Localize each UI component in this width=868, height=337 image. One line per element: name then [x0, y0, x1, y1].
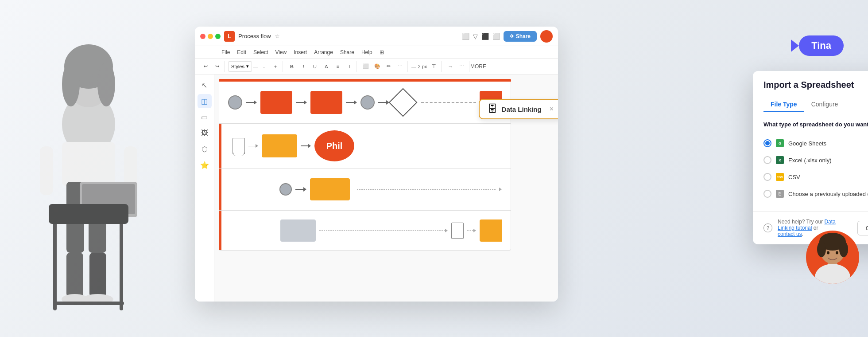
minimize-button[interactable]	[208, 34, 213, 39]
excel-label: Excel (.xlsx only)	[788, 157, 832, 164]
svg-point-4	[97, 62, 115, 106]
sidebar-cursor-icon[interactable]: ↖	[198, 78, 212, 92]
option-dataset[interactable]: 🗄 Choose a previously uploaded dataset	[763, 185, 868, 202]
dashed-arrow-right	[499, 188, 502, 191]
sidebar-data-icon[interactable]: ⬡	[198, 142, 212, 156]
menu-bar: File Edit Select View Insert Arrange Sha…	[195, 46, 558, 59]
more-options-button[interactable]: MORE	[473, 61, 484, 72]
yellow-cutoff	[480, 219, 502, 242]
data-linking-close-button[interactable]: ×	[550, 105, 554, 113]
arrow-more-button[interactable]: ⋯	[457, 61, 467, 72]
svg-rect-19	[49, 204, 128, 224]
sidebar-plugin-icon[interactable]: ⭐	[198, 158, 212, 172]
swimlane-diagram: Phil	[219, 79, 511, 251]
svg-point-22	[817, 241, 826, 257]
google-sheets-label: Google Sheets	[788, 140, 826, 147]
redo-button[interactable]: ↪	[212, 61, 222, 72]
menu-view[interactable]: View	[275, 49, 287, 55]
canvas-area: Phil	[214, 74, 558, 302]
stroke-style-button[interactable]: ⊤	[429, 61, 439, 72]
google-sheets-icon: G	[776, 139, 784, 147]
italic-button[interactable]: I	[298, 61, 309, 72]
font-color-button[interactable]: A	[321, 61, 332, 72]
more-button[interactable]: ⋯	[395, 61, 406, 72]
menu-share[interactable]: Share	[340, 49, 354, 55]
toolbar-icon-3[interactable]: ⬛	[481, 33, 489, 40]
option-excel[interactable]: X Excel (.xlsx only)	[763, 152, 868, 168]
modal-title: Import a Spreadsheet	[763, 80, 854, 90]
svg-point-3	[62, 62, 80, 106]
sidebar-frame-icon[interactable]: ▭	[198, 110, 212, 124]
radio-google-sheets[interactable]	[763, 139, 771, 147]
user-avatar	[540, 30, 553, 43]
stroke-dropdown[interactable]: 2 px	[417, 61, 428, 72]
share-button[interactable]: ✈ Share	[504, 31, 537, 42]
radio-excel[interactable]	[763, 156, 771, 164]
connector-1	[246, 100, 257, 105]
middle-node	[360, 95, 375, 110]
tina-bubble: Tina	[799, 35, 844, 56]
process-box-2	[310, 91, 342, 114]
sidebar-image-icon[interactable]: 🖼	[198, 126, 212, 140]
share-icon: ✈	[510, 33, 514, 39]
minus-button[interactable]: -	[259, 61, 269, 72]
menu-insert[interactable]: Insert	[294, 49, 307, 55]
dataset-label: Choose a previously uploaded dataset	[788, 191, 868, 197]
shape-button[interactable]: ⬜	[360, 61, 371, 72]
dashed-right	[357, 189, 496, 190]
menu-select[interactable]: Select	[253, 49, 268, 55]
plus-button[interactable]: +	[270, 61, 281, 72]
person-left-illustration	[0, 27, 195, 337]
title-bar-actions: ⬜ ▽ ⬛ ⬜ ✈ Share	[462, 30, 553, 43]
menu-grid-icon[interactable]: ⊞	[380, 49, 384, 55]
connector-3	[346, 100, 357, 105]
dataset-icon: 🗄	[776, 190, 784, 198]
option-google-sheets[interactable]: G Google Sheets	[763, 135, 868, 152]
format-group: B I U A ≡ T	[285, 61, 357, 72]
mid-node	[279, 183, 292, 196]
svg-rect-16	[53, 222, 57, 310]
fill-button[interactable]: 🎨	[372, 61, 383, 72]
styles-dropdown[interactable]: Styles ▾	[228, 61, 252, 72]
svg-point-26	[827, 251, 829, 255]
bold-button[interactable]: B	[287, 61, 297, 72]
toolbar-icon-1[interactable]: ⬜	[462, 33, 469, 40]
tina-label: Tina	[811, 40, 831, 51]
option-csv[interactable]: CSV CSV	[763, 168, 868, 185]
contact-suffix: .	[802, 231, 803, 237]
toolbar-icon-4[interactable]: ⬜	[492, 33, 500, 40]
menu-arrange[interactable]: Arrange	[314, 49, 333, 55]
maximize-button[interactable]	[215, 34, 221, 39]
arrow-style-button[interactable]: →	[445, 61, 456, 72]
menu-edit[interactable]: Edit	[237, 49, 246, 55]
svg-rect-12	[66, 253, 83, 297]
svg-rect-5	[62, 142, 115, 186]
svg-point-25	[815, 264, 850, 284]
toolbar-icon-2[interactable]: ▽	[473, 33, 478, 40]
menu-help[interactable]: Help	[361, 49, 372, 55]
undo-button[interactable]: ↩	[200, 61, 211, 72]
radio-csv[interactable]	[763, 173, 771, 181]
tina-bubble-pointer	[791, 39, 799, 52]
top-lane	[219, 82, 511, 124]
close-button[interactable]	[200, 34, 205, 39]
left-sidebar: ↖ ◫ ▭ 🖼 ⬡ ⭐	[195, 74, 214, 302]
shape-group: ⬜ 🎨 ✏ ⋯	[359, 61, 408, 72]
csv-label: CSV	[788, 174, 800, 180]
star-icon[interactable]: ☆	[275, 33, 280, 39]
tab-configure[interactable]: Configure	[804, 97, 845, 112]
styles-group: Styles ▾ — - +	[226, 61, 283, 72]
stroke-group: — 2 px ⊤	[410, 61, 442, 72]
contact-us-link[interactable]: contact us	[778, 231, 802, 237]
menu-file[interactable]: File	[221, 49, 230, 55]
align-left-button[interactable]: ≡	[333, 61, 343, 72]
sidebar-shapes-icon[interactable]: ◫	[198, 94, 212, 108]
radio-dataset[interactable]	[763, 190, 771, 198]
help-suffix: or	[812, 225, 818, 231]
line-button[interactable]: ✏	[384, 61, 394, 72]
process-box-1	[260, 91, 292, 114]
underline-button[interactable]: U	[310, 61, 320, 72]
text-size-button[interactable]: T	[344, 61, 355, 72]
radio-dot	[765, 141, 770, 145]
tab-file-type[interactable]: File Type	[763, 97, 804, 112]
